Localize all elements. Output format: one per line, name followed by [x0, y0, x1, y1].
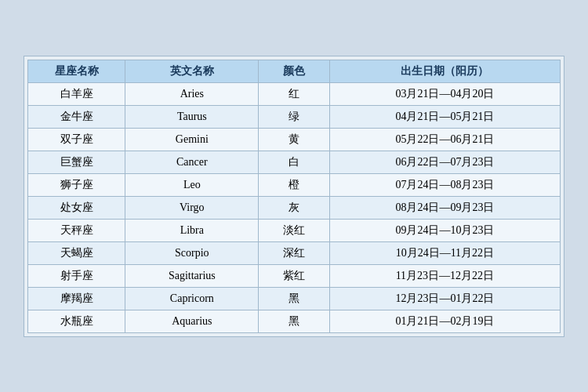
header-color: 颜色: [259, 60, 330, 82]
table-row: 天秤座Libra淡红09月24日—10月23日: [28, 219, 561, 241]
cell-date: 06月22日—07月23日: [329, 151, 560, 173]
cell-color: 白: [259, 151, 330, 173]
table-row: 狮子座Leo橙07月24日—08月23日: [28, 173, 561, 196]
header-cn: 星座名称: [28, 60, 125, 82]
cell-date: 05月22日—06月21日: [329, 128, 560, 151]
cell-color: 黑: [259, 310, 330, 332]
cell-color: 紫红: [259, 264, 330, 287]
cell-cn: 处女座: [28, 196, 125, 219]
cell-date: 09月24日—10月23日: [329, 219, 560, 241]
zodiac-table: 星座名称 英文名称 颜色 出生日期（阳历） 白羊座Aries红03月21日—04…: [27, 60, 561, 333]
cell-color: 灰: [259, 196, 330, 219]
cell-color: 橙: [259, 173, 330, 196]
cell-en: Scorpio: [125, 241, 259, 264]
cell-cn: 狮子座: [28, 173, 125, 196]
table-row: 白羊座Aries红03月21日—04月20日: [28, 82, 561, 105]
cell-en: Sagittarius: [125, 264, 259, 287]
cell-cn: 天蝎座: [28, 241, 125, 264]
cell-date: 01月21日—02月19日: [329, 310, 560, 332]
cell-en: Cancer: [125, 151, 259, 173]
cell-en: Libra: [125, 219, 259, 241]
cell-date: 04月21日—05月21日: [329, 105, 560, 128]
cell-en: Virgo: [125, 196, 259, 219]
table-row: 巨蟹座Cancer白06月22日—07月23日: [28, 151, 561, 173]
cell-en: Gemini: [125, 128, 259, 151]
table-row: 射手座Sagittarius紫红11月23日—12月22日: [28, 264, 561, 287]
cell-en: Aries: [125, 82, 259, 105]
cell-color: 深红: [259, 241, 330, 264]
cell-date: 10月24日—11月22日: [329, 241, 560, 264]
table-row: 双子座Gemini黄05月22日—06月21日: [28, 128, 561, 151]
table-row: 金牛座Taurus绿04月21日—05月21日: [28, 105, 561, 128]
zodiac-table-container: 星座名称 英文名称 颜色 出生日期（阳历） 白羊座Aries红03月21日—04…: [24, 56, 564, 337]
cell-en: Capricorn: [125, 287, 259, 310]
cell-date: 11月23日—12月22日: [329, 264, 560, 287]
cell-en: Aquarius: [125, 310, 259, 332]
table-row: 摩羯座Capricorn黑12月23日—01月22日: [28, 287, 561, 310]
table-header-row: 星座名称 英文名称 颜色 出生日期（阳历）: [28, 60, 561, 82]
header-date: 出生日期（阳历）: [329, 60, 560, 82]
cell-color: 绿: [259, 105, 330, 128]
cell-date: 12月23日—01月22日: [329, 287, 560, 310]
cell-date: 03月21日—04月20日: [329, 82, 560, 105]
cell-cn: 双子座: [28, 128, 125, 151]
cell-cn: 巨蟹座: [28, 151, 125, 173]
cell-en: Leo: [125, 173, 259, 196]
cell-cn: 射手座: [28, 264, 125, 287]
cell-color: 黄: [259, 128, 330, 151]
cell-date: 07月24日—08月23日: [329, 173, 560, 196]
cell-cn: 摩羯座: [28, 287, 125, 310]
table-row: 处女座Virgo灰08月24日—09月23日: [28, 196, 561, 219]
cell-cn: 天秤座: [28, 219, 125, 241]
cell-color: 黑: [259, 287, 330, 310]
cell-date: 08月24日—09月23日: [329, 196, 560, 219]
cell-cn: 水瓶座: [28, 310, 125, 332]
cell-color: 红: [259, 82, 330, 105]
table-row: 水瓶座Aquarius黑01月21日—02月19日: [28, 310, 561, 332]
cell-cn: 金牛座: [28, 105, 125, 128]
header-en: 英文名称: [125, 60, 259, 82]
cell-cn: 白羊座: [28, 82, 125, 105]
cell-color: 淡红: [259, 219, 330, 241]
cell-en: Taurus: [125, 105, 259, 128]
table-row: 天蝎座Scorpio深红10月24日—11月22日: [28, 241, 561, 264]
